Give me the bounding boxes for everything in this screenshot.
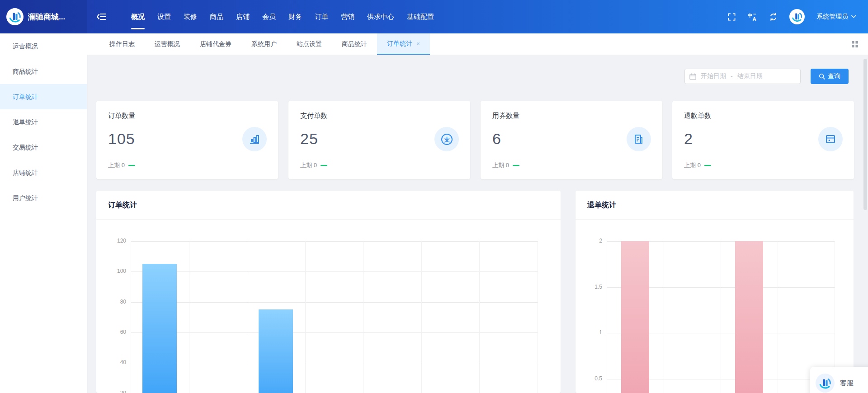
translate-icon[interactable]: 中 A	[748, 12, 757, 21]
tab-shop-voucher[interactable]: 店铺代金券	[190, 33, 241, 55]
gridline-vertical	[421, 241, 422, 393]
nav-item-finance[interactable]: 财务	[282, 0, 308, 33]
start-date-placeholder: 开始日期	[701, 72, 726, 80]
trend-flat-dash	[128, 165, 135, 166]
magnifier-icon	[819, 73, 825, 80]
gridline-horizontal	[131, 363, 538, 363]
sidebar-item-order-stats[interactable]: 订单统计	[0, 84, 87, 109]
svg-text:A: A	[753, 16, 756, 21]
stat-card-coupon-count: 用券数量 6 上期 0	[481, 101, 662, 179]
customer-service-button[interactable]: 客服	[810, 367, 868, 393]
svg-text:支: 支	[443, 136, 450, 143]
user-menu[interactable]: 系统管理员	[816, 13, 856, 21]
end-date-placeholder: 结束日期	[737, 72, 763, 80]
search-button[interactable]: 查询	[811, 69, 849, 84]
header-actions: 中 A 系统管理员	[727, 9, 868, 24]
sidebar-item-goods-stats[interactable]: 商品统计	[0, 59, 87, 84]
app-title: 澜驰商城...	[28, 12, 65, 22]
brand-logo-icon	[7, 9, 23, 24]
return-stats-bar-chart: 00.511.52	[576, 191, 854, 393]
search-button-label: 查询	[828, 72, 840, 80]
tab-operation-overview[interactable]: 运营概况	[145, 33, 190, 55]
nav-item-marketing[interactable]: 营销	[335, 0, 361, 33]
gridline-vertical	[721, 241, 721, 393]
chart-bar	[735, 241, 763, 393]
sidebar-item-shop-stats[interactable]: 店铺统计	[0, 160, 87, 185]
sidebar-item-operation-overview[interactable]: 运营概况	[0, 33, 87, 59]
stat-title: 用券数量	[492, 112, 651, 120]
trend-flat-dash	[704, 165, 711, 166]
y-tick-label: 120	[105, 238, 126, 245]
gridline-vertical	[247, 241, 247, 393]
tab-bar: 操作日志 运营概况 店铺代金券 系统用户 站点设置 商品统计 订单统计 ×	[87, 33, 868, 55]
close-tab-icon[interactable]: ×	[416, 40, 420, 47]
gridline-horizontal	[131, 271, 538, 272]
order-stats-bar-chart: 020406080100120	[96, 191, 561, 393]
stat-title: 订单数量	[108, 112, 267, 120]
gridline-vertical	[479, 241, 480, 393]
logo-panel: 澜驰商城...	[0, 0, 87, 33]
y-tick-label: 0.5	[581, 375, 602, 383]
sidebar-item-return-stats[interactable]: 退单统计	[0, 109, 87, 135]
nav-item-order[interactable]: 订单	[308, 0, 335, 33]
menu-fold-icon[interactable]	[97, 13, 107, 21]
stat-prev-period: 上期 0	[300, 161, 327, 169]
gridline-vertical	[607, 241, 607, 393]
tab-goods-stats[interactable]: 商品统计	[332, 33, 377, 55]
sidebar-item-user-stats[interactable]: 用户统计	[0, 185, 87, 211]
gridline-vertical	[363, 241, 363, 393]
user-avatar[interactable]	[789, 9, 805, 24]
vertical-scrollbar-thumb[interactable]	[863, 59, 867, 210]
nav-item-base-config[interactable]: 基础配置	[401, 0, 440, 33]
tab-operation-log[interactable]: 操作日志	[99, 33, 145, 55]
svg-text:中: 中	[748, 13, 753, 18]
fullscreen-icon[interactable]	[727, 13, 736, 21]
chart-bar	[621, 241, 649, 393]
gridline-horizontal	[131, 332, 538, 333]
nav-item-member[interactable]: 会员	[256, 0, 282, 33]
refresh-icon[interactable]	[769, 13, 778, 21]
chart-bar	[142, 264, 177, 393]
gridline-horizontal	[131, 241, 538, 242]
y-tick-label: 1	[581, 329, 602, 337]
stat-prev-period: 上期 0	[492, 161, 519, 169]
gridline-vertical	[538, 241, 538, 393]
nav-item-overview[interactable]: 概况	[125, 0, 151, 33]
nav-item-shop[interactable]: 店铺	[230, 0, 256, 33]
tab-options-grid-icon[interactable]	[852, 33, 858, 55]
trend-flat-dash	[513, 165, 519, 166]
tab-order-stats[interactable]: 订单统计 ×	[377, 33, 430, 55]
gridline-vertical	[305, 241, 306, 393]
gridline-vertical	[189, 241, 189, 393]
y-tick-label: 40	[105, 359, 126, 366]
stat-title: 支付单数	[300, 112, 459, 120]
nav-item-decoration[interactable]: 装修	[177, 0, 203, 33]
customer-service-logo-icon	[816, 374, 835, 393]
stat-title: 退款单数	[684, 112, 843, 120]
bar-chart-icon	[242, 127, 267, 151]
y-tick-label: 2	[581, 238, 602, 245]
y-tick-label: 80	[105, 299, 126, 306]
top-nav: 概况 设置 装修 商品 店铺 会员 财务 订单 营销 供求中心 基础配置	[125, 0, 440, 33]
stat-prev-period: 上期 0	[108, 161, 135, 169]
date-range-picker[interactable]: 开始日期 - 结束日期	[684, 69, 801, 84]
panel-return-stats: 00.511.52 退单统计	[576, 191, 854, 393]
app-logo	[6, 8, 24, 25]
user-name: 系统管理员	[816, 13, 848, 21]
nav-item-goods[interactable]: 商品	[203, 0, 230, 33]
refund-form-icon	[818, 127, 843, 151]
y-tick-label: 20	[105, 390, 126, 393]
gridline-vertical	[778, 241, 778, 393]
nav-item-supply-center[interactable]: 供求中心	[361, 0, 401, 33]
tab-site-settings[interactable]: 站点设置	[287, 33, 332, 55]
chart-bar	[259, 309, 293, 393]
tab-system-user[interactable]: 系统用户	[241, 33, 287, 55]
app-header: 澜驰商城... 概况 设置 装修 商品 店铺 会员 财务 订单 营销 供求中心 …	[0, 0, 868, 33]
stat-card-refund-count: 退款单数 2 上期 0	[672, 101, 854, 179]
coupon-icon	[627, 127, 651, 151]
sidebar-item-trade-stats[interactable]: 交易统计	[0, 135, 87, 160]
gridline-vertical	[131, 241, 131, 393]
nav-item-settings[interactable]: 设置	[151, 0, 177, 33]
y-tick-label: 1.5	[581, 284, 602, 291]
calendar-icon	[689, 73, 696, 80]
